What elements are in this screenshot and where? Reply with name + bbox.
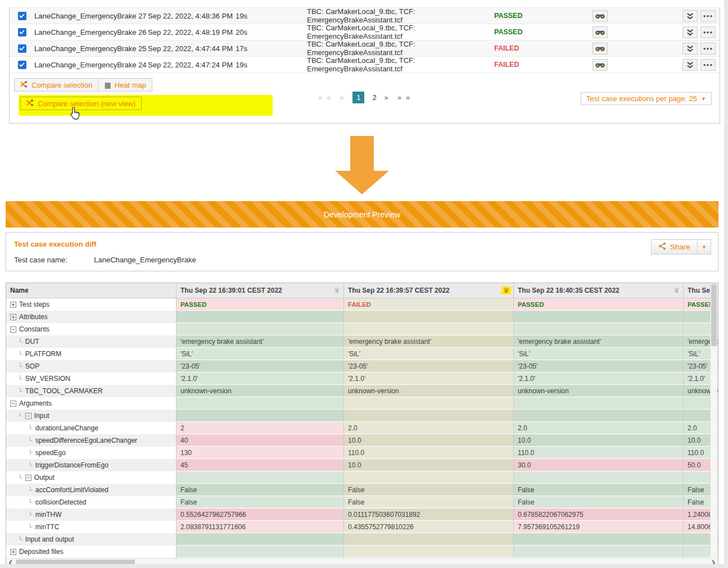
diff-value-cell [177, 323, 344, 335]
pagination-page-1-active[interactable]: 1 [352, 92, 364, 103]
diff-column-header: Thu Sep 22 16:40:35 CEST 2022♛ [514, 283, 684, 298]
diff-column-header: Thu Sep 22 16:39:57 CEST 2022♛ [344, 283, 514, 298]
diff-row-label: speedEgo [35, 449, 66, 457]
row-actions: ●●● [682, 59, 716, 71]
diff-value-cell: 110.0 [344, 447, 514, 459]
share-group: Share ▼ [651, 239, 711, 255]
ellipsis-button[interactable]: ●●● [700, 10, 716, 22]
row-checkbox-checked[interactable] [18, 61, 26, 69]
ellipsis-button[interactable]: ●●● [700, 43, 716, 54]
diff-row-name: └DUT [6, 335, 177, 348]
diff-row-name: └minTTC [6, 521, 177, 533]
toggle-expand-icon[interactable]: + [10, 302, 16, 308]
vertical-scrollbar-thumb[interactable] [711, 284, 717, 346]
heat-map-button[interactable]: ▦ Heat map [98, 78, 152, 92]
diff-value-cell: 40 [177, 434, 344, 447]
compare-selection-button[interactable]: Compare selection [14, 78, 98, 92]
diff-value-cell [177, 471, 344, 484]
crown-icon[interactable]: ♛ [673, 287, 680, 294]
diff-row: └speedEgo130110.0110.0110.0 [6, 447, 718, 459]
binoculars-button[interactable] [593, 43, 608, 54]
status-badge: PASSED [494, 12, 566, 20]
diff-value-cell: 10.0 [344, 459, 514, 471]
double-chevron-down-button[interactable] [682, 59, 698, 71]
vertical-scrollbar[interactable] [710, 284, 717, 557]
pagination-prev[interactable]: « [340, 93, 345, 102]
binoculars-button[interactable] [593, 59, 608, 71]
toggle-expand-icon[interactable]: + [10, 549, 16, 555]
tree-elbow-icon: └ [28, 437, 33, 444]
double-chevron-down-button[interactable] [682, 26, 698, 38]
horizontal-scrollbar-thumb[interactable] [16, 560, 135, 564]
diff-value-cell: '2.1.0' [514, 372, 684, 385]
ellipsis-button[interactable]: ●●● [700, 26, 716, 38]
double-chevron-down-button[interactable] [682, 10, 698, 22]
binoculars-button[interactable] [593, 10, 608, 22]
share-label: Share [670, 243, 690, 251]
pagination-next[interactable]: » [385, 93, 390, 102]
diff-row-name[interactable]: −Constants [6, 323, 177, 335]
ellipsis-icon: ●●● [703, 13, 713, 19]
diff-row-name: └TBC_TOOL_CARMAKER [6, 385, 177, 397]
toggle-collapse-icon[interactable]: − [10, 401, 16, 407]
execution-date-cell: Sep 22, 2022, 4:48:19 PM [148, 28, 236, 37]
compare-icon [20, 81, 28, 89]
diff-row: └−Output [6, 471, 718, 484]
double-chevron-down-button[interactable] [682, 43, 698, 54]
diff-value-cell: '23-05' [514, 360, 684, 372]
status-badge: FAILED [494, 44, 566, 52]
diff-row: └SW_VERSION'2.1.0''2.1.0''2.1.0''2.1.0' [6, 372, 718, 385]
diff-value-cell [344, 546, 514, 558]
ellipsis-icon: ●●● [703, 30, 713, 35]
diff-row-name[interactable]: └−Input [6, 410, 177, 422]
pagination-page-2[interactable]: 2 [372, 93, 376, 102]
row-checkbox-checked[interactable] [18, 44, 26, 53]
config-cell: TBC: CarMakerLocal_9.tbc, TCF: Emergency… [307, 40, 494, 57]
horizontal-scrollbar[interactable]: ❮ ❯ [6, 558, 718, 564]
tree-elbow-icon: └ [28, 511, 33, 518]
diff-row-name: └SOP [6, 360, 177, 372]
per-page-selector[interactable]: Test case executions per page: 25 ▼ [581, 92, 712, 105]
diff-row-name[interactable]: └−Output [6, 471, 177, 484]
diff-row-label: Output [34, 474, 55, 481]
toggle-collapse-icon[interactable]: − [10, 326, 16, 333]
scroll-left-icon[interactable]: ❮ [6, 560, 15, 564]
diff-row-name[interactable]: +Test steps [6, 298, 177, 311]
toggle-collapse-icon[interactable]: − [25, 475, 31, 481]
diff-row: └minTHW0.55264279627579660.0111775036070… [6, 508, 718, 521]
per-page-label: Test case executions per page: 25 [586, 94, 697, 103]
pagination-first[interactable]: « « [318, 93, 332, 102]
diff-row: └TBC_TOOL_CARMAKERunknown-versionunknown… [6, 385, 718, 397]
crown-reference-icon[interactable]: ♛ [501, 287, 511, 294]
pagination-last[interactable]: » » [397, 93, 411, 102]
crown-icon[interactable]: ♛ [334, 287, 340, 294]
tree-elbow-icon: └ [28, 425, 33, 431]
row-checkbox-checked[interactable] [18, 28, 26, 37]
details-cell [577, 43, 622, 54]
scroll-right-icon[interactable]: ❯ [709, 560, 718, 564]
toggle-collapse-icon[interactable]: − [25, 413, 31, 419]
share-dropdown-button[interactable]: ▼ [698, 239, 711, 255]
diff-value-cell [514, 410, 684, 422]
diff-row: └minTTC2.08387911317716060.4355752779810… [6, 521, 718, 533]
diff-value-cell [514, 533, 684, 546]
diff-row-name[interactable]: −Arguments [6, 397, 177, 410]
diff-value-cell: 2.0838791131771606 [177, 521, 344, 533]
row-actions: ●●● [682, 10, 716, 22]
binoculars-button[interactable] [593, 26, 608, 38]
banner-label: Development Preview [324, 210, 400, 219]
diff-row-name: └Input and output [6, 533, 177, 546]
diff-row-name[interactable]: +Attributes [6, 311, 177, 323]
share-button[interactable]: Share [651, 239, 698, 255]
toggle-expand-icon[interactable]: + [10, 314, 16, 320]
diff-row: +Test stepsPASSEDFAILEDPASSEDPASSED [6, 298, 718, 311]
ellipsis-icon: ●●● [703, 46, 713, 51]
diff-row: └speedDifferenceEgoLaneChanger4010.010.0… [6, 434, 718, 447]
duration-cell: 17s [236, 44, 307, 53]
diff-value-cell [344, 311, 514, 323]
diff-row-name[interactable]: +Deposited files [6, 546, 177, 558]
tree-elbow-icon: └ [18, 351, 22, 357]
ellipsis-button[interactable]: ●●● [700, 59, 716, 71]
row-checkbox-checked[interactable] [18, 12, 26, 20]
diff-value-cell [344, 410, 514, 422]
